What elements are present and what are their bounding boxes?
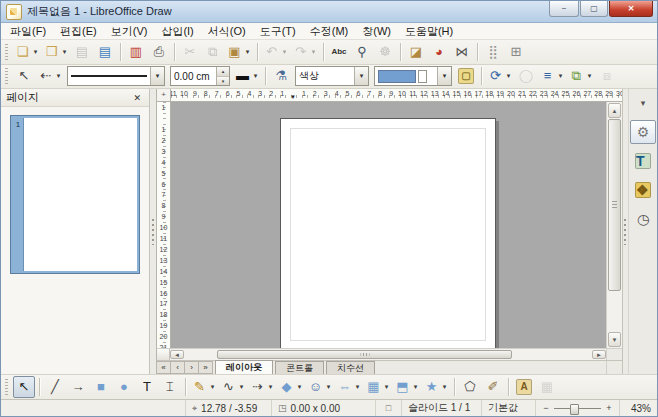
sidebar-menu-icon[interactable]: ▾	[630, 91, 656, 115]
arrange-icon[interactable]: ⧉▾	[567, 65, 595, 87]
rotate-icon[interactable]: ⟳▾	[486, 65, 514, 87]
chart-icon[interactable]: ◕	[428, 41, 450, 63]
layer-last-button[interactable]: »	[198, 361, 213, 374]
save-icon[interactable]: ▤	[71, 41, 93, 63]
slide-number-field[interactable]: 슬라이드 1 / 1	[401, 400, 481, 416]
fill-style-combo[interactable]: 색상▾	[295, 66, 369, 86]
paste-icon[interactable]: ▣▾	[225, 41, 253, 63]
object-size-field[interactable]: ◳ 0.00 x 0.00	[271, 400, 375, 416]
gallery-icon[interactable]: T	[630, 149, 656, 173]
toolbar-grip[interactable]	[5, 379, 8, 395]
line-icon[interactable]: ╱	[44, 376, 66, 398]
block-arrows-icon[interactable]: ⇔▾	[335, 376, 363, 398]
tab-layout[interactable]: 레이아웃	[215, 360, 273, 374]
glue-points-icon[interactable]: ✐	[482, 376, 504, 398]
page[interactable]	[280, 118, 496, 348]
insert-picture-icon[interactable]: ▦	[536, 376, 558, 398]
redo-icon[interactable]: ↷▾	[291, 41, 319, 63]
display-grid-icon[interactable]: ⣿	[482, 41, 504, 63]
tab-dimension-lines[interactable]: 치수선	[326, 361, 375, 374]
undo-icon[interactable]: ↶▾	[262, 41, 290, 63]
stars-icon[interactable]: ★▾	[422, 376, 450, 398]
title-bar[interactable]: 제목없음 1 - LibreOffice Draw − ▢ ✕	[1, 1, 657, 23]
vertical-text-icon[interactable]: ⌶	[159, 376, 181, 398]
ellipse-icon[interactable]: ●	[113, 376, 135, 398]
rectangle-icon[interactable]: ■	[90, 376, 112, 398]
navigator-icon[interactable]: ◷	[630, 207, 656, 231]
curve-icon[interactable]: ✎▾	[190, 376, 218, 398]
scroll-down-icon[interactable]: ▼	[608, 332, 621, 347]
select-icon[interactable]: ↖	[13, 376, 35, 398]
fill-color-combo[interactable]: ▾	[374, 66, 452, 86]
scroll-right-icon[interactable]: ►	[592, 350, 606, 359]
line-style-combo[interactable]: ▾	[67, 66, 165, 86]
zoom-in-button[interactable]: +	[605, 403, 613, 413]
menu-insert[interactable]: 삽입(I)	[154, 23, 200, 39]
edit-points-icon[interactable]: ↖	[13, 65, 35, 87]
spelling-icon[interactable]: Abc	[328, 41, 350, 63]
toolbar-grip[interactable]	[5, 44, 8, 60]
connector-icon[interactable]: ∿▾	[219, 376, 247, 398]
page-thumbnail[interactable]: 1	[11, 116, 139, 273]
horizontal-scrollbar[interactable]: ◄ ►	[157, 348, 622, 360]
horizontal-ruler[interactable]: 1110987654321123456789101112131415161718…	[171, 89, 622, 102]
layer-next-button[interactable]: ›	[184, 361, 199, 374]
maximize-button[interactable]: ▢	[580, 1, 608, 17]
gallery-icon[interactable]: ◪	[405, 41, 427, 63]
menu-format[interactable]: 서식(O)	[201, 23, 253, 39]
menu-tools[interactable]: 도구(T)	[253, 23, 303, 39]
fontwork-icon[interactable]: A	[513, 376, 535, 398]
scroll-up-icon[interactable]: ▲	[608, 103, 621, 118]
properties-icon[interactable]: ⚙	[630, 120, 656, 144]
vertical-scroll-thumb[interactable]	[608, 119, 621, 290]
find-replace-icon[interactable]: ⚲	[351, 41, 373, 63]
menu-help[interactable]: 도움말(H)	[398, 23, 460, 39]
navigator-icon[interactable]: ☸	[374, 41, 396, 63]
vertical-scroll-track[interactable]	[608, 119, 621, 331]
flowchart-icon[interactable]: ▦▾	[364, 376, 392, 398]
scroll-left-icon[interactable]: ◄	[170, 350, 184, 359]
open-icon[interactable]: ❒▾	[42, 41, 70, 63]
panel-splitter[interactable]	[150, 89, 157, 374]
points-icon[interactable]: ⬠	[459, 376, 481, 398]
close-icon[interactable]: ✕	[130, 93, 144, 103]
horizontal-scroll-thumb[interactable]	[217, 350, 511, 359]
zoom-slider[interactable]: − +	[535, 400, 619, 416]
zoom-slider-track[interactable]	[554, 403, 601, 414]
document-modified-field[interactable]: □	[375, 400, 401, 416]
menu-window[interactable]: 창(W)	[355, 23, 398, 39]
copy-icon[interactable]: ⧉	[202, 41, 224, 63]
zoom-out-button[interactable]: −	[542, 403, 550, 413]
menu-view[interactable]: 보기(V)	[104, 23, 155, 39]
minimize-button[interactable]: −	[549, 1, 579, 17]
new-document-icon[interactable]: ❏▾	[13, 41, 41, 63]
effects-icon[interactable]: ◯	[515, 65, 537, 87]
zoom-level-field[interactable]: 43%	[619, 400, 657, 416]
vertical-ruler[interactable]: 1123456789101112131415161718192021	[157, 102, 171, 348]
helplines-icon[interactable]: ⊞	[505, 41, 527, 63]
group-icon[interactable]: ⧈	[596, 65, 618, 87]
toolbar-grip[interactable]	[5, 68, 8, 84]
styles-icon[interactable]: ❖	[630, 178, 656, 202]
horizontal-scroll-track[interactable]	[185, 350, 591, 359]
drawing-canvas[interactable]	[171, 102, 606, 348]
tab-controls[interactable]: 콘트롤	[275, 361, 324, 374]
line-width-spinner[interactable]: 0.00 cm▴▾	[170, 66, 230, 86]
basic-shapes-icon[interactable]: ◆▾	[277, 376, 305, 398]
lines-arrows-icon[interactable]: ⇢▾	[248, 376, 276, 398]
menu-edit[interactable]: 편집(E)	[53, 23, 104, 39]
vertical-scrollbar[interactable]: ▲ ▼	[606, 102, 622, 348]
line-color-icon[interactable]: ▬▾	[233, 65, 261, 87]
layer-first-button[interactable]: «	[156, 361, 171, 374]
page-style-field[interactable]: 기본값	[481, 400, 535, 416]
menu-file[interactable]: 파일(F)	[3, 23, 53, 39]
arrow-style-icon[interactable]: ⇠▾	[36, 65, 64, 87]
area-style-icon[interactable]: ⚗	[270, 65, 292, 87]
save-as-icon[interactable]: ▤	[94, 41, 116, 63]
split-window-handle[interactable]	[157, 349, 170, 360]
callouts-icon[interactable]: ⬒▾	[393, 376, 421, 398]
crossfade-icon[interactable]: ⋈	[451, 41, 473, 63]
align-objects-icon[interactable]: ≡▾	[538, 65, 566, 87]
cut-icon[interactable]: ✂	[179, 41, 201, 63]
text-icon[interactable]: T	[136, 376, 158, 398]
